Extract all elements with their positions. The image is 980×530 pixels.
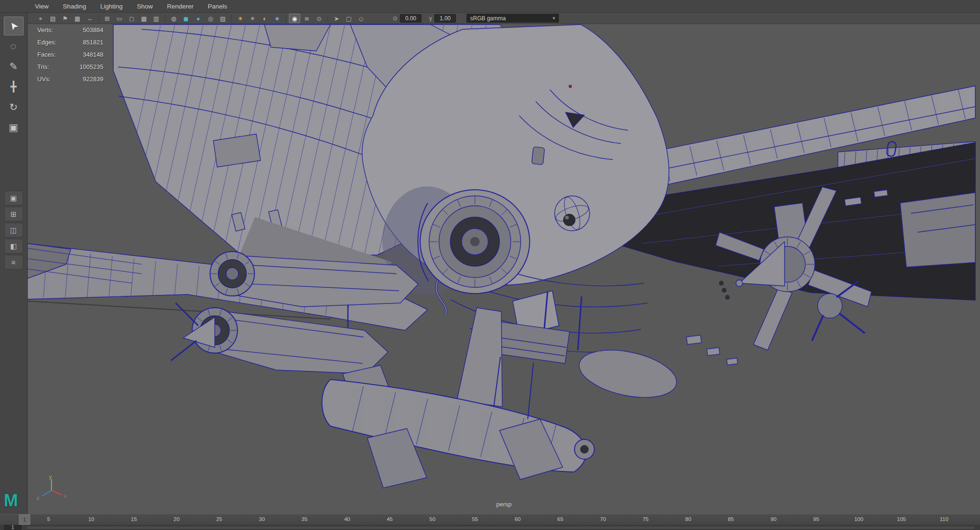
hud-value: 851821 (71, 36, 103, 49)
timeline-tick-100: 100 (854, 516, 863, 522)
time-slider-ticks: 5101520253035404550556065707580859095100… (0, 514, 980, 525)
resolution-gate-icon[interactable]: ◻ (126, 14, 137, 23)
exposure-value[interactable]: 0.00 (400, 14, 422, 23)
viewport-toolbar: ⌖▤⚑▦↔⊞▭◻▩▥◍◼●◎▨☀☀◐★◉≋⊙➤▢◇ ⊙ 0.00 γ 1.00 … (28, 13, 980, 24)
hud-value: 348148 (71, 49, 103, 61)
menu-item-show[interactable]: Show (137, 3, 153, 10)
timeline-tick-95: 95 (813, 516, 819, 522)
maya-logo-letter: M (4, 491, 18, 510)
hud-col3: 0 (141, 61, 180, 73)
hud-label: Tris: (37, 61, 71, 73)
tool-box-tools: ➤◌✎╋↻▣ (4, 15, 24, 138)
checker-material-icon[interactable]: ▨ (217, 14, 228, 23)
select-tool-icon: ➤ (7, 19, 21, 33)
hud-row: Edges:85182100 (37, 36, 180, 49)
hud-value: 503884 (71, 24, 103, 36)
motion-blur-icon[interactable]: ◉ (289, 14, 300, 23)
shadows-icon[interactable]: ◐ (259, 14, 270, 23)
timeline-tick-15: 15 (131, 516, 137, 522)
select-camera-icon[interactable]: ⌖ (35, 14, 46, 23)
image-plane-icon[interactable]: ▦ (72, 14, 83, 23)
default-lighting-icon[interactable]: ☀ (247, 14, 258, 23)
camera-attributes-icon[interactable]: ▤ (47, 14, 59, 23)
exposure-icon: ⊙ (393, 15, 397, 22)
hud-label: Edges: (37, 36, 71, 49)
scale-tool[interactable]: ▣ (4, 118, 24, 137)
timeline-tick-35: 35 (302, 516, 308, 522)
timeline-tick-50: 50 (430, 516, 436, 522)
move-tool[interactable]: ╋ (4, 77, 24, 96)
textured-icon[interactable]: ● (193, 14, 204, 23)
layout-single-pane[interactable]: ▣ (4, 191, 23, 205)
depth-of-field-icon[interactable]: ⊙ (313, 14, 325, 23)
hud-col2: 0 (103, 36, 141, 49)
chevron-down-icon: ▾ (553, 15, 556, 21)
wireframe-icon[interactable]: ◍ (168, 14, 179, 23)
timeline-tick-80: 80 (685, 516, 692, 522)
range-slider-groove[interactable] (26, 526, 975, 530)
layout-two-pane-side[interactable]: ◫ (4, 223, 23, 237)
timeline-tick-30: 30 (259, 516, 265, 522)
hud-row: UVs:92283900 (37, 73, 180, 85)
xray-icon[interactable]: ▢ (343, 14, 355, 23)
bookmarks-icon[interactable]: ⚑ (59, 14, 71, 23)
maya-logo: M (4, 491, 18, 511)
view-transform-value: sRGB gamma (470, 15, 506, 22)
timeline-tick-65: 65 (558, 516, 564, 522)
menu-item-shading[interactable]: Shading (63, 3, 86, 10)
all-lights-icon[interactable]: ☀ (235, 14, 246, 23)
timeline-tick-85: 85 (728, 516, 734, 522)
rotate-tool[interactable]: ↻ (4, 98, 24, 117)
screen-space-ao-icon[interactable]: ★ (271, 14, 283, 23)
viewport-persp[interactable]: Verts:50388400Edges:85182100Faces:348148… (28, 24, 980, 514)
layout-hypershade[interactable]: ≡ (4, 255, 23, 269)
toolbar-separator (98, 15, 99, 22)
gamma-icon: γ (429, 15, 432, 22)
isolate-select-icon[interactable]: ➤ (331, 14, 342, 23)
lasso-select-tool[interactable]: ◌ (4, 37, 24, 56)
time-slider[interactable]: 5101520253035404550556065707580859095100… (0, 514, 980, 525)
menu-item-renderer[interactable]: Renderer (167, 3, 194, 10)
hud-label: Verts: (37, 24, 71, 36)
field-chart-icon[interactable]: ▥ (151, 14, 162, 23)
film-gate-icon[interactable]: ▭ (114, 14, 125, 23)
hud-col3: 0 (141, 73, 180, 85)
toolbar-separator (328, 15, 328, 22)
gamma-field[interactable]: γ 1.00 (429, 14, 456, 23)
grid-icon[interactable]: ⊞ (101, 14, 113, 23)
2d-pan-zoom-icon[interactable]: ↔ (84, 14, 95, 23)
range-slider-bar[interactable]: 1 (0, 525, 980, 530)
hud-col3: 0 (141, 24, 180, 36)
axis-x-label: x (64, 493, 67, 499)
timeline-tick-25: 25 (216, 516, 222, 522)
layout-persp-outliner[interactable]: ◧ (4, 239, 23, 253)
menu-item-panels[interactable]: Panels (208, 3, 227, 10)
rotate-tool-icon: ↻ (9, 101, 18, 113)
timeline-tick-90: 90 (770, 516, 777, 522)
view-transform-dropdown[interactable]: sRGB gamma ▾ (466, 14, 559, 23)
smooth-shade-icon[interactable]: ◼ (180, 14, 192, 23)
hud-row: Faces:34814800 (37, 49, 180, 61)
camera-label: persp (496, 501, 512, 508)
hud-value: 1005235 (71, 61, 103, 73)
hud-col3: 0 (141, 49, 180, 61)
use-default-material-icon[interactable]: ◎ (205, 14, 216, 23)
select-tool[interactable]: ➤ (4, 17, 24, 35)
multisample-icon[interactable]: ≋ (301, 14, 313, 23)
layout-four-pane[interactable]: ⊞ (4, 207, 23, 221)
hud-row: Verts:50388400 (37, 24, 180, 36)
gate-mask-icon[interactable]: ▩ (138, 14, 150, 23)
menu-item-view[interactable]: View (35, 3, 49, 10)
toolbar-separator (231, 15, 232, 22)
current-frame-marker[interactable]: 1 (19, 514, 30, 525)
toolbar-separator (165, 15, 165, 22)
gamma-value[interactable]: 1.00 (434, 14, 456, 23)
menu-item-lighting[interactable]: Lighting (101, 3, 123, 10)
xray-joints-icon[interactable]: ◇ (355, 14, 367, 23)
paint-select-tool[interactable]: ✎ (4, 57, 24, 76)
timeline-tick-5: 5 (47, 516, 50, 522)
range-start-field[interactable]: 1 (4, 525, 22, 530)
exposure-field[interactable]: ⊙ 0.00 (393, 14, 422, 23)
timeline-tick-55: 55 (472, 516, 478, 522)
timeline-tick-105: 105 (897, 516, 906, 522)
